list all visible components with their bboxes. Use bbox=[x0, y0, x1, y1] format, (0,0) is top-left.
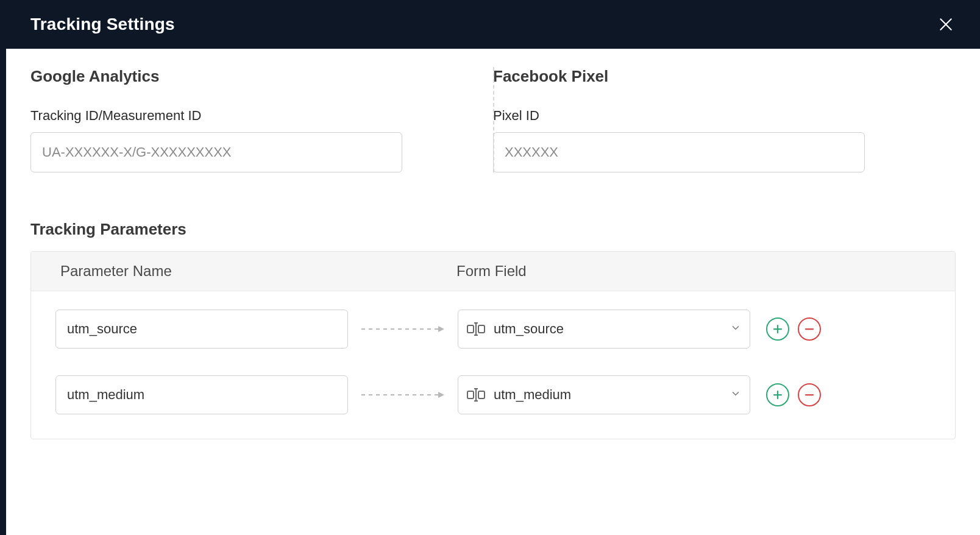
text-field-icon bbox=[467, 322, 485, 336]
arrow-icon bbox=[348, 391, 458, 399]
vertical-divider bbox=[493, 67, 494, 172]
plus-icon bbox=[772, 324, 783, 335]
pixel-id-input[interactable] bbox=[493, 132, 865, 172]
close-icon bbox=[938, 16, 954, 32]
svg-rect-12 bbox=[467, 391, 474, 399]
add-row-button[interactable] bbox=[766, 317, 789, 341]
facebook-pixel-section: Facebook Pixel Pixel ID bbox=[493, 67, 956, 172]
form-field-value: utm_medium bbox=[494, 387, 730, 403]
pixel-id-label: Pixel ID bbox=[493, 108, 919, 124]
table-row: utm_source bbox=[55, 310, 931, 349]
tracking-id-label: Tracking ID/Measurement ID bbox=[30, 108, 456, 124]
parameter-name-input[interactable] bbox=[55, 310, 348, 349]
tracking-parameters-table: Parameter Name Form Field bbox=[30, 251, 956, 439]
remove-row-button[interactable] bbox=[798, 383, 821, 406]
google-analytics-section: Google Analytics Tracking ID/Measurement… bbox=[30, 67, 493, 172]
minus-icon bbox=[804, 324, 815, 335]
form-field-select[interactable]: utm_medium bbox=[458, 375, 750, 414]
add-row-button[interactable] bbox=[766, 383, 789, 406]
chevron-down-icon bbox=[730, 388, 741, 402]
table-row: utm_medium bbox=[55, 375, 931, 414]
facebook-pixel-title: Facebook Pixel bbox=[493, 67, 919, 86]
svg-rect-3 bbox=[467, 325, 474, 333]
text-field-icon bbox=[467, 388, 485, 402]
minus-icon bbox=[804, 389, 815, 400]
tracking-parameters-section: Tracking Parameters Parameter Name Form … bbox=[30, 220, 956, 439]
modal-title: Tracking Settings bbox=[30, 15, 175, 34]
tracking-id-input[interactable] bbox=[30, 132, 402, 172]
remove-row-button[interactable] bbox=[798, 317, 821, 341]
col-header-form-field: Form Field bbox=[456, 263, 955, 280]
parameter-name-input[interactable] bbox=[55, 375, 348, 414]
form-field-value: utm_source bbox=[494, 321, 730, 337]
chevron-down-icon bbox=[730, 322, 741, 336]
close-button[interactable] bbox=[936, 15, 956, 34]
tracking-parameters-title: Tracking Parameters bbox=[30, 220, 956, 239]
google-analytics-title: Google Analytics bbox=[30, 67, 456, 86]
arrow-icon bbox=[348, 325, 458, 333]
plus-icon bbox=[772, 389, 783, 400]
svg-rect-13 bbox=[478, 391, 485, 399]
table-header: Parameter Name Form Field bbox=[31, 252, 955, 291]
form-field-select[interactable]: utm_source bbox=[458, 310, 750, 349]
svg-rect-4 bbox=[478, 325, 485, 333]
col-header-parameter-name: Parameter Name bbox=[60, 263, 456, 280]
modal-header: Tracking Settings bbox=[6, 0, 980, 49]
